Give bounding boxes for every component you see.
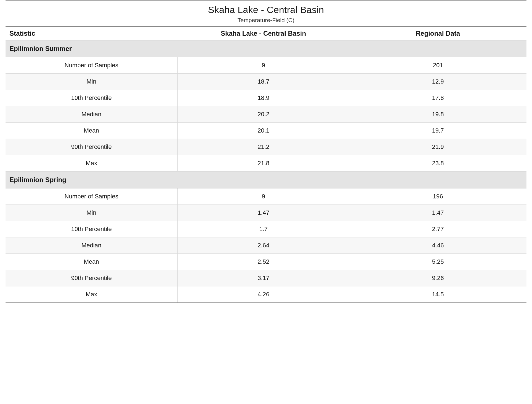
region-value: 23.8 [349, 155, 526, 172]
site-value: 9 [177, 57, 349, 74]
site-value: 4.26 [177, 286, 349, 303]
site-value: 18.7 [177, 74, 349, 90]
region-value: 4.46 [349, 237, 526, 254]
section-title: Epilimnion Summer [6, 40, 526, 57]
stat-name: Median [6, 237, 177, 254]
stat-name: Median [6, 106, 177, 123]
stat-name: Min [6, 205, 177, 221]
table-row: Number of Samples 9 196 [6, 188, 526, 205]
section-epilimnion-summer: Epilimnion Summer Number of Samples 9 20… [6, 40, 526, 172]
title-block: Skaha Lake - Central Basin Temperature-F… [6, 1, 526, 26]
site-value: 18.9 [177, 90, 349, 106]
region-value: 14.5 [349, 286, 526, 303]
region-value: 9.26 [349, 270, 526, 286]
table-header-row: Statistic Skaha Lake - Central Basin Reg… [6, 27, 526, 40]
site-value: 1.7 [177, 221, 349, 237]
col-header-region: Regional Data [349, 27, 526, 40]
table-row: Median 20.2 19.8 [6, 106, 526, 123]
region-value: 21.9 [349, 139, 526, 155]
stats-table: Statistic Skaha Lake - Central Basin Reg… [6, 26, 526, 303]
table-row: Median 2.64 4.46 [6, 237, 526, 254]
table-row: Mean 20.1 19.7 [6, 123, 526, 139]
site-value: 21.8 [177, 155, 349, 172]
site-value: 2.64 [177, 237, 349, 254]
stat-name: Number of Samples [6, 57, 177, 74]
site-value: 2.52 [177, 254, 349, 270]
site-value: 9 [177, 188, 349, 205]
site-value: 3.17 [177, 270, 349, 286]
table-row: Number of Samples 9 201 [6, 57, 526, 74]
region-value: 201 [349, 57, 526, 74]
region-value: 19.8 [349, 106, 526, 123]
table-row: 10th Percentile 18.9 17.8 [6, 90, 526, 106]
col-header-statistic: Statistic [6, 27, 177, 40]
stat-name: Min [6, 74, 177, 90]
section-header: Epilimnion Summer [6, 40, 526, 57]
table-row: Max 21.8 23.8 [6, 155, 526, 172]
site-value: 1.47 [177, 205, 349, 221]
table-row: 90th Percentile 21.2 21.9 [6, 139, 526, 155]
stat-name: Mean [6, 123, 177, 139]
table-row: 90th Percentile 3.17 9.26 [6, 270, 526, 286]
col-header-site: Skaha Lake - Central Basin [177, 27, 349, 40]
stat-name: Max [6, 155, 177, 172]
table-row: Min 1.47 1.47 [6, 205, 526, 221]
stat-name: Max [6, 286, 177, 303]
region-value: 17.8 [349, 90, 526, 106]
stat-name: 90th Percentile [6, 139, 177, 155]
section-header: Epilimnion Spring [6, 172, 526, 188]
site-value: 20.1 [177, 123, 349, 139]
section-epilimnion-spring: Epilimnion Spring Number of Samples 9 19… [6, 172, 526, 303]
stat-name: Number of Samples [6, 188, 177, 205]
site-value: 20.2 [177, 106, 349, 123]
site-value: 21.2 [177, 139, 349, 155]
region-value: 196 [349, 188, 526, 205]
page-subtitle: Temperature-Field (C) [6, 17, 526, 24]
table-row: Max 4.26 14.5 [6, 286, 526, 303]
region-value: 1.47 [349, 205, 526, 221]
region-value: 19.7 [349, 123, 526, 139]
table-row: Min 18.7 12.9 [6, 74, 526, 90]
region-value: 5.25 [349, 254, 526, 270]
stat-name: 10th Percentile [6, 221, 177, 237]
table-row: 10th Percentile 1.7 2.77 [6, 221, 526, 237]
region-value: 12.9 [349, 74, 526, 90]
table-row: Mean 2.52 5.25 [6, 254, 526, 270]
stat-name: 10th Percentile [6, 90, 177, 106]
stat-name: 90th Percentile [6, 270, 177, 286]
region-value: 2.77 [349, 221, 526, 237]
section-title: Epilimnion Spring [6, 172, 526, 188]
page-title: Skaha Lake - Central Basin [6, 4, 526, 15]
stat-name: Mean [6, 254, 177, 270]
